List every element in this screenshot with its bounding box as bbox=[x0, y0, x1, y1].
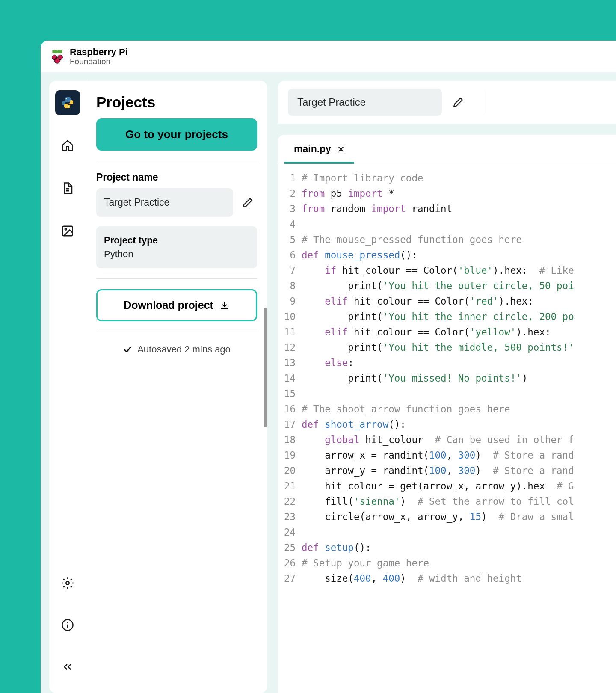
divider bbox=[96, 161, 257, 161]
edit-name-button[interactable] bbox=[238, 193, 257, 212]
rail-item-info[interactable] bbox=[55, 613, 80, 637]
check-icon bbox=[123, 345, 132, 354]
info-icon bbox=[61, 619, 74, 631]
divider bbox=[96, 278, 257, 279]
title-separator bbox=[483, 89, 483, 115]
brand-header: Raspberry Pi Foundation bbox=[41, 41, 616, 72]
line-gutter: 1234567891011121314151617181920212223242… bbox=[278, 170, 302, 687]
svg-point-7 bbox=[68, 106, 69, 107]
svg-point-13 bbox=[67, 622, 68, 623]
rail-item-file[interactable] bbox=[55, 176, 80, 201]
project-name-label: Project name bbox=[96, 172, 257, 183]
image-icon bbox=[61, 225, 74, 237]
pencil-icon bbox=[242, 197, 253, 208]
panel-scrollbar[interactable] bbox=[264, 308, 267, 427]
file-icon bbox=[61, 182, 74, 195]
download-icon bbox=[219, 300, 230, 311]
chevron-double-left-icon bbox=[61, 660, 74, 673]
rail-item-home[interactable] bbox=[55, 133, 80, 158]
icon-rail bbox=[49, 81, 86, 693]
rail-item-image[interactable] bbox=[55, 219, 80, 243]
projects-panel: Projects Go to your projects Project nam… bbox=[86, 81, 267, 693]
code-editor: main.py 12345678910111213141516171819202… bbox=[278, 135, 616, 693]
tab-label: main.py bbox=[294, 143, 331, 155]
rail-item-python[interactable] bbox=[55, 90, 80, 115]
project-type-box: Project type Python bbox=[96, 226, 257, 268]
pencil-icon bbox=[453, 97, 464, 108]
download-label: Download project bbox=[124, 299, 213, 311]
editor-column: Target Practice main.py 1234567891011121… bbox=[278, 81, 616, 693]
code-area[interactable]: 1234567891011121314151617181920212223242… bbox=[278, 164, 616, 693]
rail-item-settings[interactable] bbox=[55, 571, 80, 595]
raspberry-pi-logo-icon bbox=[49, 48, 65, 65]
python-icon bbox=[61, 96, 74, 110]
home-icon bbox=[61, 139, 74, 152]
project-name-field[interactable]: Target Practice bbox=[96, 188, 233, 217]
app-window: Raspberry Pi Foundation bbox=[41, 41, 616, 693]
project-type-label: Project type bbox=[104, 235, 249, 246]
project-type-value: Python bbox=[104, 249, 249, 260]
go-to-projects-button[interactable]: Go to your projects bbox=[96, 118, 257, 151]
panel-title: Projects bbox=[96, 94, 257, 111]
tab-main-py[interactable]: main.py bbox=[284, 135, 354, 164]
code-lines: # Import library codefrom p5 import *fro… bbox=[302, 170, 616, 687]
gear-icon bbox=[61, 577, 74, 589]
main-layout: Projects Go to your projects Project nam… bbox=[41, 72, 616, 693]
rail-item-collapse[interactable] bbox=[55, 654, 80, 679]
svg-point-10 bbox=[66, 581, 69, 585]
autosave-text: Autosaved 2 mins ago bbox=[137, 344, 231, 355]
editor-title-bar: Target Practice bbox=[278, 81, 616, 124]
side-column: Projects Go to your projects Project nam… bbox=[49, 81, 267, 693]
tab-row: main.py bbox=[278, 135, 616, 164]
close-icon[interactable] bbox=[337, 145, 345, 153]
divider bbox=[96, 332, 257, 332]
brand-text: Raspberry Pi Foundation bbox=[70, 47, 128, 66]
download-project-button[interactable]: Download project bbox=[96, 289, 257, 321]
autosave-status: Autosaved 2 mins ago bbox=[96, 344, 257, 355]
edit-title-button[interactable] bbox=[449, 93, 468, 112]
svg-point-6 bbox=[65, 98, 67, 100]
svg-point-9 bbox=[65, 228, 66, 230]
brand-subtitle: Foundation bbox=[70, 57, 128, 66]
project-title-chip: Target Practice bbox=[288, 89, 442, 116]
brand-name: Raspberry Pi bbox=[70, 47, 128, 58]
